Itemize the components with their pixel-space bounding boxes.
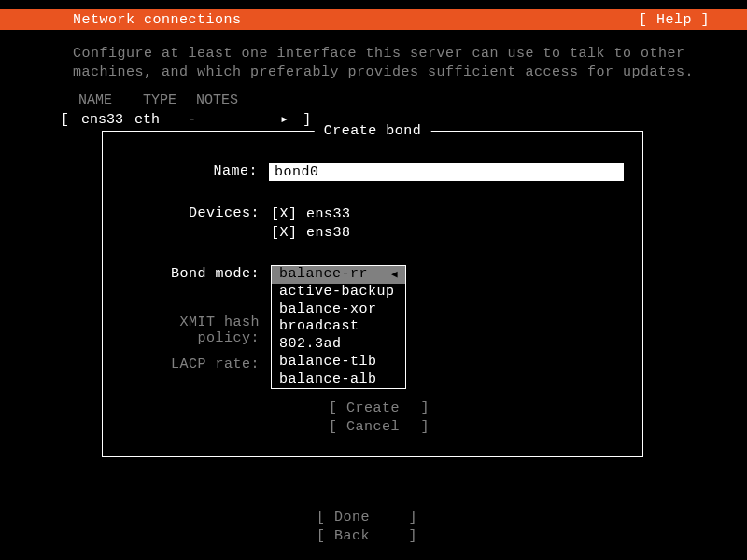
bond-mode-option-balance-rr[interactable]: balance-rr ◀ [272, 266, 405, 284]
create-button[interactable]: [ Create ] [329, 399, 430, 418]
bond-mode-option-broadcast[interactable]: broadcast [272, 318, 405, 336]
dialog-title: Create bond [315, 123, 431, 139]
bond-mode-option-balance-xor[interactable]: balance-xor [272, 301, 405, 319]
bond-mode-option-balance-alb[interactable]: balance-alb [272, 371, 405, 389]
devices-list: [X] ens33 [X] ens38 [271, 205, 624, 242]
iface-header-type: TYPE [143, 92, 188, 108]
done-button[interactable]: [ Done ] [317, 509, 417, 527]
page-title: Network connections [73, 12, 242, 28]
devices-label: Devices: [112, 205, 271, 221]
cancel-button[interactable]: [ Cancel ] [329, 418, 430, 437]
iface-header-name: NAME [78, 92, 134, 108]
bond-mode-dropdown[interactable]: balance-rr ◀ active-backup balance-xor b… [271, 265, 406, 389]
iface-table-header: NAME TYPE NOTES [0, 87, 747, 108]
header: Network connections [ Help ] [0, 9, 747, 30]
bracket-close: ] [297, 112, 311, 128]
iface-type: eth [134, 112, 179, 128]
device-checkbox-ens38[interactable]: [X] ens38 [271, 224, 624, 243]
iface-name: ens33 [78, 112, 126, 128]
chevron-left-icon: ◀ [391, 269, 398, 282]
bond-mode-option-active-backup[interactable]: active-backup [272, 284, 405, 301]
iface-notes: - [188, 112, 272, 128]
create-bond-dialog: Create bond Name: bond0 Devices: [X] ens… [102, 131, 643, 457]
lacp-rate-label: LACP rate: [112, 357, 271, 372]
xmit-hash-policy-label: XMIT hash policy: [112, 315, 271, 346]
back-button[interactable]: [ Back ] [317, 527, 417, 546]
bond-mode-option-balance-tlb[interactable]: balance-tlb [272, 354, 405, 371]
chevron-right-icon: ▸ [280, 110, 289, 128]
bracket-open: [ [61, 112, 69, 128]
dialog-buttons: [ Create ] [ Cancel ] [329, 399, 430, 436]
bond-name-input[interactable]: bond0 [269, 163, 624, 181]
footer-buttons: [ Done ] [ Back ] [317, 509, 417, 545]
device-checkbox-ens33[interactable]: [X] ens33 [271, 205, 624, 224]
help-button[interactable]: [ Help ] [639, 12, 719, 28]
iface-header-notes: NOTES [196, 92, 280, 108]
page-description: Configure at least one interface this se… [0, 30, 747, 87]
name-label: Name: [112, 163, 269, 179]
bond-mode-option-8023ad[interactable]: 802.3ad [272, 336, 405, 354]
bond-mode-label: Bond mode: [112, 266, 271, 282]
